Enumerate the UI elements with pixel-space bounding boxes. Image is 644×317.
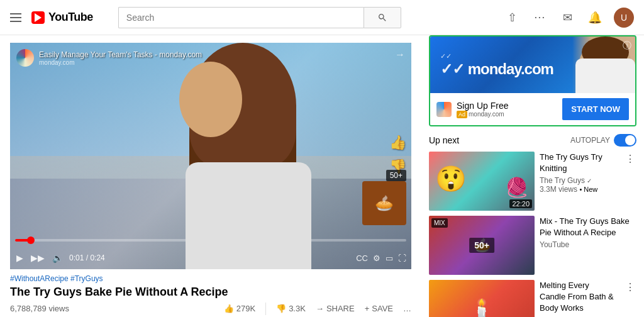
video-item-info-2: Mix - The Try Guys Bake Pie Without A Re… (540, 216, 636, 275)
list-item[interactable]: 🥧 MIX 50+ Mix - The Try Guys Bake Pie Wi… (429, 216, 636, 275)
progress-dot (27, 236, 35, 244)
thumbnail-2: 🥧 MIX 50+ (429, 216, 535, 275)
settings-icon[interactable]: ⚙ (373, 253, 380, 263)
ad-badge: Ad (457, 111, 467, 118)
video-player[interactable]: Easily Manage Your Team's Tasks - monday… (10, 43, 411, 269)
ad-image: ✓✓ ✓✓ monday.com ⓘ (430, 36, 635, 93)
ad-signup-text: Sign Up Free (457, 101, 557, 111)
youtube-logo[interactable]: YouTube (31, 11, 93, 24)
upload-icon[interactable]: ⇧ (503, 9, 521, 26)
video-area: Easily Manage Your Team's Tasks - monday… (0, 35, 421, 317)
ad-text-area: Sign Up Free Ad monday.com (457, 101, 557, 118)
time-display: 0:01 / 0:24 (69, 253, 105, 262)
save-label: SAVE (372, 304, 393, 313)
fullscreen-icon[interactable]: ⛶ (398, 253, 406, 263)
youtube-play-icon (35, 13, 42, 22)
youtube-icon-bg (31, 11, 45, 24)
play-count-badge: 50+ (386, 170, 406, 181)
messages-icon[interactable]: ✉ (558, 9, 576, 26)
notifications-icon[interactable]: 🔔 (586, 9, 604, 26)
volume-button[interactable]: 🔈 (51, 252, 64, 264)
up-next-label: Up next (429, 135, 459, 145)
share-icon-overlay[interactable]: → (395, 49, 405, 60)
item-channel-2: YouTube (540, 240, 634, 249)
save-button[interactable]: + SAVE (365, 301, 393, 316)
video-overlay-text: Easily Manage Your Team's Tasks - monday… (39, 50, 202, 66)
up-next-header: Up next AUTOPLAY (429, 134, 636, 147)
ad-banner: ✓✓ ✓✓ monday.com ⓘ Sign Up Free (429, 35, 636, 126)
sidebar: ✓✓ ✓✓ monday.com ⓘ Sign Up Free (421, 35, 644, 317)
time-current: 0:01 (69, 253, 84, 262)
video-top-info: Easily Manage Your Team's Tasks - monday… (16, 49, 202, 67)
share-label: SHARE (326, 304, 355, 313)
header-left: YouTube (10, 11, 93, 24)
list-item[interactable]: 🕯️ 27:55 Melting Every Candle From Bath … (429, 280, 636, 317)
duration-badge-1: 22:20 (509, 199, 532, 208)
save-icon: + (365, 304, 370, 313)
apps-icon[interactable]: ⋅⋅⋅ (531, 9, 548, 26)
search-button[interactable] (364, 7, 401, 28)
verified-icon-1: ✓ (587, 177, 592, 184)
ad-brand: monday.com (468, 60, 553, 77)
ad-close-icon[interactable]: ⓘ (623, 40, 631, 52)
ad-tag: Ad monday.com (457, 111, 557, 118)
miniplayer-icon[interactable]: ▭ (386, 253, 393, 263)
thumbnail-3: 🕯️ 27:55 (429, 280, 535, 317)
search-bar (118, 7, 401, 28)
video-figure-face (179, 62, 242, 137)
video-item-info-1: The Try Guys Try Knitting The Try Guys ✓… (540, 152, 618, 211)
item-title-3: Melting Every Candle From Bath & Body Wo… (540, 280, 615, 317)
autoplay-area: AUTOPLAY (570, 134, 636, 147)
thumbs-up-btn[interactable]: 👍 (389, 135, 406, 151)
video-overlay-title: Easily Manage Your Team's Tasks - monday… (39, 50, 202, 59)
more-button[interactable]: … (403, 301, 411, 316)
video-info: #WithoutARecipe #TryGuys The Try Guys Ba… (10, 269, 411, 317)
autoplay-toggle[interactable] (614, 134, 636, 147)
video-meta: 6,788,789 views 👍 279K 👎 3.3K → SHARE (10, 301, 411, 316)
dislike-icon: 👎 (276, 304, 286, 313)
toggle-dot (625, 135, 635, 145)
like-divider (265, 303, 266, 315)
monday-icon-small (436, 102, 452, 117)
time-total: 0:24 (90, 253, 104, 262)
like-count: 279K (236, 304, 255, 313)
mix-count: 50+ (469, 238, 494, 253)
dislike-count: 3.3K (289, 304, 306, 313)
item-channel-1: The Try Guys ✓ (540, 176, 615, 185)
next-button[interactable]: ▶▶ (30, 252, 46, 264)
play-button[interactable]: ▶ (15, 252, 25, 264)
header-right: ⇧ ⋅⋅⋅ ✉ 🔔 U (503, 8, 634, 28)
thumb-bg-3: 🕯️ (429, 280, 535, 317)
list-item[interactable]: 😲 🧶 22:20 The Try Guys Try Knitting The … (429, 152, 636, 211)
video-tags[interactable]: #WithoutARecipe #TryGuys (10, 274, 411, 283)
video-item-info-3: Melting Every Candle From Bath & Body Wo… (540, 280, 618, 317)
like-button[interactable]: 👍 279K (224, 301, 255, 316)
view-count: 6,788,789 views (10, 304, 69, 313)
hamburger-menu[interactable] (10, 13, 21, 22)
item-menu-1[interactable]: ⋮ (624, 152, 636, 166)
item-menu-3[interactable]: ⋮ (624, 280, 636, 294)
channel-icon (16, 49, 34, 67)
start-now-button[interactable]: START NOW (562, 98, 629, 120)
avatar[interactable]: U (614, 8, 634, 28)
ad-domain: monday.com (469, 111, 504, 118)
mix-label: MIX (431, 218, 448, 228)
video-overlay-domain: monday.com (39, 59, 202, 66)
header: YouTube ⇧ ⋅⋅⋅ ✉ 🔔 U (0, 0, 644, 35)
item-badge-1: • New (579, 186, 597, 193)
youtube-wordmark: YouTube (48, 11, 93, 24)
video-background (10, 43, 411, 269)
ad-bottom: Sign Up Free Ad monday.com START NOW (430, 93, 635, 125)
search-input[interactable] (118, 7, 364, 28)
ad-logo-area: ✓✓ ✓✓ monday.com (440, 52, 553, 78)
dislike-button[interactable]: 👎 3.3K (276, 301, 306, 316)
pie-preview-thumbnail: 🥧 (362, 181, 406, 225)
action-buttons: 👍 279K 👎 3.3K → SHARE + SAVE (224, 301, 411, 316)
search-icon (377, 13, 387, 23)
captions-icon[interactable]: CC (356, 253, 368, 263)
channel-icon-img (16, 49, 34, 67)
video-title: The Try Guys Bake Pie Without A Recipe (10, 286, 411, 299)
share-button[interactable]: → SHARE (316, 301, 355, 316)
item-title-1: The Try Guys Try Knitting (540, 152, 615, 174)
item-meta-1: 3.3M views • New (540, 185, 615, 194)
